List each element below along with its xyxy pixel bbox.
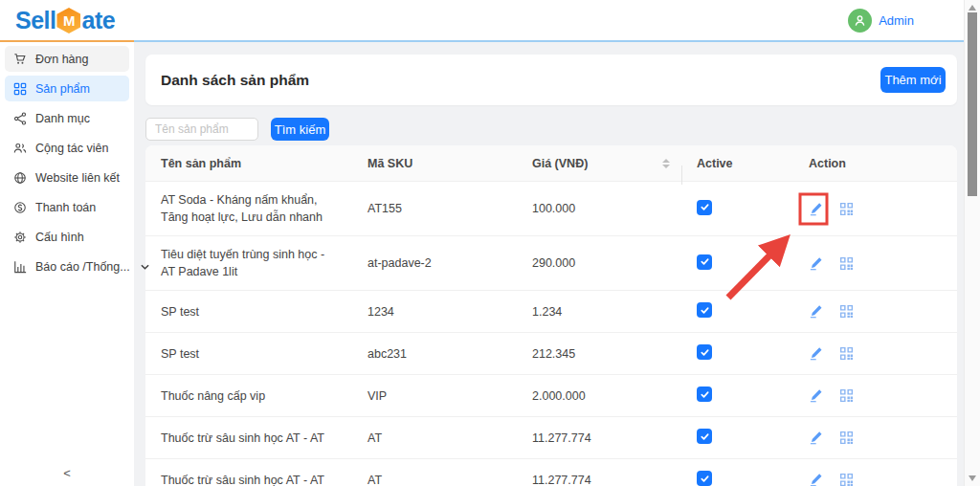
product-table: Tên sản phẩm Mã SKU Giá (VNĐ) Active Act… bbox=[145, 145, 957, 486]
share-icon bbox=[13, 112, 27, 125]
sidebar-item-thanh-toan[interactable]: Thanh toán bbox=[5, 194, 129, 220]
check-icon bbox=[700, 202, 710, 212]
header-sku: Mã SKU bbox=[352, 157, 517, 170]
sort-icon[interactable] bbox=[662, 159, 670, 168]
vertical-scrollbar[interactable] bbox=[964, 0, 980, 486]
header-active: Active bbox=[681, 157, 793, 170]
table-row: Thuốc nâng cấp vip VIP 2.000.000 bbox=[145, 375, 957, 417]
header-product-name: Tên sản phẩm bbox=[145, 157, 352, 170]
check-icon bbox=[700, 474, 710, 484]
check-icon bbox=[700, 305, 710, 316]
sidebar-item-don-hang[interactable]: Đơn hàng bbox=[5, 46, 129, 72]
header-action: Action bbox=[793, 157, 957, 170]
logo-hexagon-icon: M bbox=[56, 8, 80, 33]
product-name: Thuốc trừ sâu sinh học AT - AT bbox=[145, 420, 352, 456]
product-name: Thuốc nâng cấp vip bbox=[145, 378, 352, 414]
top-header: Sell M ate Admin bbox=[0, 0, 964, 42]
add-new-button[interactable]: Thêm mới bbox=[880, 67, 946, 93]
gear-icon bbox=[13, 231, 27, 244]
qr-code-icon[interactable] bbox=[839, 388, 854, 403]
sidebar: Đơn hàng Sản phẩm Danh mục bbox=[0, 42, 134, 486]
qr-code-icon[interactable] bbox=[839, 304, 854, 319]
sidebar-item-san-pham[interactable]: Sản phẩm bbox=[5, 76, 129, 101]
table-header-row: Tên sản phẩm Mã SKU Giá (VNĐ) Active Act… bbox=[145, 145, 957, 182]
user-avatar bbox=[848, 9, 872, 33]
check-icon bbox=[700, 347, 710, 358]
sidebar-menu: Đơn hàng Sản phẩm Danh mục bbox=[0, 42, 134, 279]
edit-icon[interactable] bbox=[809, 431, 823, 445]
edit-icon[interactable] bbox=[809, 304, 823, 319]
header-underline-orange bbox=[0, 40, 134, 42]
table-row: Tiêu diệt tuyến trùng sinh học - AT Pada… bbox=[145, 236, 957, 291]
product-price: 212.345 bbox=[517, 336, 681, 372]
edit-icon[interactable] bbox=[809, 473, 823, 486]
check-icon bbox=[700, 256, 710, 267]
active-checkbox[interactable] bbox=[697, 429, 712, 444]
sidebar-item-cong-tac-vien[interactable]: Cộng tác viên bbox=[5, 135, 129, 161]
product-price: 1.234 bbox=[517, 294, 681, 330]
table-row: SP test abc231 212.345 bbox=[145, 333, 957, 375]
active-checkbox[interactable] bbox=[697, 344, 712, 360]
product-name: SP test bbox=[145, 336, 352, 372]
cart-icon bbox=[13, 53, 27, 66]
sidebar-item-website-lien-ket[interactable]: Website liên kết bbox=[5, 165, 129, 190]
active-checkbox[interactable] bbox=[697, 387, 712, 402]
search-input[interactable] bbox=[145, 118, 258, 141]
edit-icon[interactable] bbox=[809, 388, 823, 403]
page-header-card: Danh sách sản phẩm Thêm mới bbox=[145, 55, 957, 105]
product-name: AT Soda - Kháng nấm khuẩn, Tăng hoạt lực… bbox=[145, 182, 352, 235]
product-sku: 1234 bbox=[352, 294, 517, 330]
product-name: Tiêu diệt tuyến trùng sinh học - AT Pada… bbox=[145, 236, 352, 290]
table-row: Thuốc trừ sâu sinh học AT - AT AT 11.277… bbox=[145, 417, 957, 459]
user-name: Admin bbox=[879, 13, 914, 28]
active-checkbox[interactable] bbox=[697, 471, 712, 486]
sidebar-collapse-button[interactable]: < bbox=[0, 466, 134, 480]
globe-icon bbox=[13, 171, 27, 185]
search-button[interactable]: Tìm kiếm bbox=[271, 118, 329, 141]
scrollbar-thumb[interactable] bbox=[968, 12, 977, 196]
edit-icon[interactable] bbox=[809, 202, 823, 216]
collaborators-icon bbox=[13, 142, 27, 155]
product-name: SP test bbox=[145, 294, 352, 330]
header-price[interactable]: Giá (VNĐ) bbox=[517, 157, 681, 170]
qr-code-icon[interactable] bbox=[839, 256, 854, 271]
table-row: AT Soda - Kháng nấm khuẩn, Tăng hoạt lực… bbox=[145, 182, 957, 236]
active-checkbox[interactable] bbox=[697, 302, 712, 318]
product-price: 2.000.000 bbox=[517, 378, 681, 414]
logo-text-ate: ate bbox=[81, 7, 115, 34]
sidebar-item-cau-hinh[interactable]: Cấu hình bbox=[5, 224, 129, 250]
active-checkbox[interactable] bbox=[697, 254, 712, 270]
table-row: SP test 1234 1.234 bbox=[145, 291, 957, 333]
table-body: AT Soda - Kháng nấm khuẩn, Tăng hoạt lực… bbox=[145, 182, 957, 486]
product-sku: AT bbox=[352, 462, 517, 486]
product-sku: abc231 bbox=[352, 336, 517, 372]
product-price: 11.277.774 bbox=[517, 420, 681, 456]
check-icon bbox=[700, 431, 710, 442]
table-row: Thuốc trừ sâu sinh học AT - AT AT 11.277… bbox=[145, 459, 957, 486]
qr-code-icon[interactable] bbox=[839, 473, 854, 486]
edit-icon[interactable] bbox=[809, 256, 823, 271]
sellmate-logo[interactable]: Sell M ate bbox=[15, 7, 115, 34]
edit-icon[interactable] bbox=[809, 346, 823, 361]
product-sku: AT bbox=[352, 420, 517, 456]
page-title: Danh sách sản phẩm bbox=[161, 72, 309, 89]
product-price: 11.277.774 bbox=[517, 462, 681, 486]
person-icon bbox=[853, 13, 867, 28]
product-price: 100.000 bbox=[517, 190, 681, 227]
qr-code-icon[interactable] bbox=[839, 346, 854, 361]
active-checkbox[interactable] bbox=[697, 200, 712, 215]
main-content: Danh sách sản phẩm Thêm mới Tìm kiếm Tên… bbox=[134, 42, 964, 486]
sidebar-item-bao-cao[interactable]: Báo cáo /Thống... bbox=[5, 254, 129, 279]
product-name: Thuốc trừ sâu sinh học AT - AT bbox=[145, 462, 352, 486]
chevron-down-icon bbox=[141, 264, 149, 270]
app-window: Sell M ate Admin Đơn hàng bbox=[0, 0, 980, 486]
product-sku: AT155 bbox=[352, 190, 517, 227]
payment-icon bbox=[13, 201, 27, 214]
sidebar-item-danh-muc[interactable]: Danh mục bbox=[5, 105, 129, 131]
header-underline-blue bbox=[134, 40, 964, 42]
qr-code-icon[interactable] bbox=[839, 431, 854, 445]
user-menu[interactable]: Admin bbox=[848, 9, 914, 33]
scrollbar-up-arrow-icon[interactable] bbox=[969, 5, 976, 11]
qr-code-icon[interactable] bbox=[839, 202, 854, 216]
scrollbar-down-arrow-icon[interactable] bbox=[969, 475, 976, 481]
